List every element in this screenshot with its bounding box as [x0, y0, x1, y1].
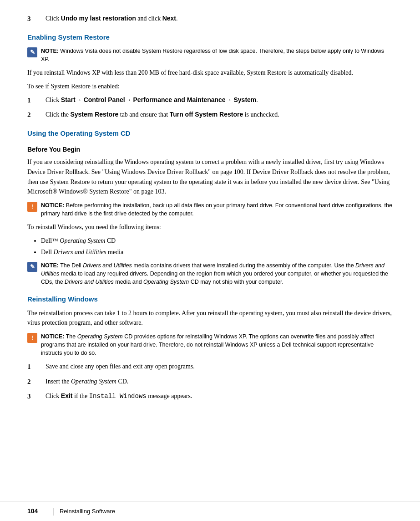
notice-box-os-cd: ! NOTICE: The Operating System CD provid… [27, 332, 393, 357]
footer-label: Reinstalling Software [60, 507, 115, 516]
reinstall-step1-num: 1 [27, 362, 46, 372]
before-you-begin-heading: Before You Begin [27, 145, 393, 154]
footer-separator: | [52, 505, 54, 517]
note-text-vista: NOTE: Windows Vista does not disable Sys… [41, 47, 393, 63]
before-you-begin-para: If you are considering reinstalling the … [27, 157, 393, 197]
reinstall-items-list: Dell™ Operating System CD Dell Drivers a… [41, 236, 393, 257]
reinstall-step2: 2 Insert the Operating System CD. [27, 377, 393, 387]
enabling-step1-content: Click Start→ Control Panel→ Performance … [46, 95, 393, 105]
enabling-para1: If you reinstall Windows XP with less th… [27, 68, 393, 78]
section-enabling-heading: Enabling System Restore [27, 32, 393, 43]
page-footer: 104 | Reinstalling Software [0, 501, 420, 521]
items-intro: To reinstall Windows, you need the follo… [27, 222, 393, 232]
enabling-para2: To see if System Restore is enabled: [27, 82, 393, 92]
step3-top: 3 Click Undo my last restoration and cli… [27, 14, 393, 24]
notice-label-os-cd: NOTICE: [41, 333, 64, 340]
list-item-drivers-media: Dell Drivers and Utilities media [41, 247, 393, 257]
page-number: 104 [27, 506, 38, 516]
note-icon-drivers: ✎ [27, 262, 37, 272]
reinstall-step3: 3 Click Exit if the Install Windows mess… [27, 391, 393, 402]
os-cd-italic-step2: Operating System [71, 378, 116, 385]
section-reinstalling-heading: Reinstalling Windows [27, 294, 393, 305]
notice-text-backup: NOTICE: Before performing the installati… [41, 201, 393, 218]
note-text-drivers: NOTE: The Dell Drivers and Utilities med… [41, 261, 393, 286]
drivers-utilities-italic-1: Drivers and Utilities [83, 262, 132, 269]
notice-label-backup: NOTICE: [41, 202, 64, 209]
notice-box-backup: ! NOTICE: Before performing the installa… [27, 201, 393, 218]
reinstall-step1: 1 Save and close any open files and exit… [27, 362, 393, 372]
os-italic-note: Operating System [143, 279, 189, 285]
reinstall-step3-num: 3 [27, 391, 46, 402]
install-windows-mono: Install Windows [89, 393, 147, 400]
os-cd-italic-notice: Operating System [77, 333, 123, 340]
enabling-step1: 1 Click Start→ Control Panel→ Performanc… [27, 95, 393, 106]
step3-top-number: 3 [27, 14, 46, 24]
note-body-vista: Windows Vista does not disable System Re… [41, 48, 384, 62]
start-text: Start→ Control Panel→ Performance and Ma… [61, 96, 256, 103]
notice-text-os-cd: NOTICE: The Operating System CD provides… [41, 332, 393, 357]
notice-icon-os-cd: ! [27, 333, 37, 343]
enabling-step2: 2 Click the System Restore tab and ensur… [27, 110, 393, 120]
turn-off-system-restore: Turn off System Restore [170, 111, 243, 118]
note-box-vista: ✎ NOTE: Windows Vista does not disable S… [27, 47, 393, 63]
reinstall-step2-num: 2 [27, 377, 46, 387]
note-icon-vista: ✎ [27, 47, 37, 57]
system-restore-tab: System Restore [70, 111, 118, 118]
undo-restoration-text: Undo my last restoration [61, 15, 136, 22]
note-label-vista: NOTE: [41, 48, 59, 54]
reinstall-step3-content: Click Exit if the Install Windows messag… [46, 391, 393, 401]
enabling-step2-num: 2 [27, 110, 46, 120]
notice-body-backup: Before performing the installation, back… [41, 202, 392, 217]
enabling-step1-num: 1 [27, 95, 46, 106]
next-text: Next [162, 15, 176, 22]
notice-icon-backup: ! [27, 202, 37, 212]
enabling-step2-content: Click the System Restore tab and ensure … [46, 110, 393, 119]
drivers-utilities-italic: Drivers and Utilities [54, 249, 106, 255]
reinstall-step2-content: Insert the Operating System CD. [46, 377, 393, 386]
list-item-os-cd: Dell™ Operating System CD [41, 236, 393, 245]
note-label-drivers: NOTE: [41, 262, 59, 269]
reinstalling-para1: The reinstallation process can take 1 to… [27, 308, 393, 328]
exit-bold: Exit [61, 392, 73, 399]
section-os-cd-heading: Using the Operating System CD [27, 128, 393, 139]
reinstall-step1-content: Save and close any open files and exit a… [46, 362, 393, 371]
drivers-utilities-italic-3: Drivers and Utilities [65, 279, 114, 285]
os-cd-italic: Operating System [60, 237, 105, 244]
note-box-drivers: ✎ NOTE: The Dell Drivers and Utilities m… [27, 261, 393, 286]
step3-top-content: Click Undo my last restoration and click… [46, 14, 393, 23]
